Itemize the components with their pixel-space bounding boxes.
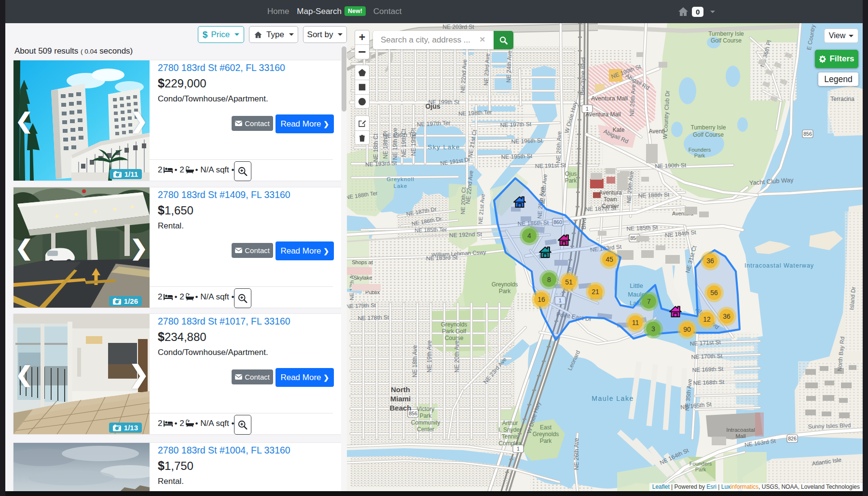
svg-text:NE 26th Ave: NE 26th Ave <box>573 438 580 470</box>
svg-text:Founders: Founders <box>689 461 712 467</box>
svg-text:NE 197th St: NE 197th St <box>500 121 532 128</box>
svg-text:Park Golf: Park Golf <box>442 328 467 335</box>
svg-text:Beach: Beach <box>389 404 411 412</box>
svg-text:Little: Little <box>630 282 643 289</box>
svg-text:NE 18th Pl: NE 18th Pl <box>382 131 389 158</box>
svg-text:826: 826 <box>788 436 797 441</box>
svg-text:NE 196th St: NE 196th St <box>511 137 543 145</box>
svg-text:Kate: Kate <box>613 127 625 133</box>
svg-text:NE 168th St: NE 168th St <box>693 379 725 386</box>
svg-text:North: North <box>391 385 410 394</box>
svg-text:Park: Park <box>695 467 706 472</box>
svg-text:NE 18th Ave: NE 18th Ave <box>412 345 418 377</box>
svg-text:NE 190th St: NE 190th St <box>655 162 687 170</box>
svg-text:NE 19th Pl: NE 19th Pl <box>410 128 417 156</box>
svg-text:Aventura Mall: Aventura Mall <box>591 95 628 102</box>
svg-text:Shops at: Shops at <box>352 259 372 265</box>
svg-text:Park: Park <box>540 438 552 444</box>
svg-text:Center: Center <box>602 203 619 210</box>
svg-text:Greynolds: Greynolds <box>441 321 468 328</box>
svg-text:NE 170th St: NE 170th St <box>691 353 723 360</box>
svg-text:Tumberry Isle: Tumberry Isle <box>691 124 726 131</box>
svg-text:NE 19th Ave: NE 19th Ave <box>426 340 433 372</box>
svg-text:Center: Center <box>417 426 434 433</box>
svg-text:Aventura: Aventura <box>599 189 622 196</box>
svg-text:NE 169th St: NE 169th St <box>692 366 724 373</box>
svg-text:NE 19th Ct: NE 19th Ct <box>400 128 407 157</box>
svg-text:NE 178th St: NE 178th St <box>358 314 389 322</box>
svg-text:Aventi: Aventi <box>648 128 664 135</box>
svg-text:Park: Park <box>499 288 511 295</box>
svg-text:Tennis: Tennis <box>502 433 519 440</box>
svg-text:Course: Course <box>445 335 464 341</box>
svg-text:Golf Course: Golf Course <box>693 131 724 138</box>
svg-text:Skylake: Skylake <box>354 275 372 281</box>
svg-text:Greynolds: Greynolds <box>492 281 518 288</box>
svg-text:Lake: Lake <box>394 183 408 189</box>
svg-text:NE 18th Ct: NE 18th Ct <box>372 133 379 162</box>
svg-text:NE 183rd St: NE 183rd St <box>426 254 458 262</box>
svg-text:I. Snyder: I. Snyder <box>498 426 522 433</box>
svg-text:Mall: Mall <box>735 433 745 439</box>
svg-text:Maule Lake: Maule Lake <box>592 395 634 402</box>
svg-text:Intracoastal: Intracoastal <box>726 427 755 433</box>
svg-text:NE 195th St: NE 195th St <box>501 153 533 160</box>
svg-text:Victory: Victory <box>417 406 434 412</box>
svg-text:NE 192nd St: NE 192nd St <box>449 231 482 239</box>
svg-text:Blvd: Blvd <box>580 217 588 229</box>
svg-text:NE 20th Ave: NE 20th Ave <box>454 340 460 372</box>
svg-text:Terracina: Terracina <box>830 96 854 102</box>
svg-text:856: 856 <box>803 131 812 137</box>
svg-text:NE 20th Ct: NE 20th Ct <box>460 187 467 214</box>
svg-text:Arthur: Arthur <box>502 420 518 426</box>
svg-text:Greynolds: Greynolds <box>533 431 559 438</box>
svg-text:Town: Town <box>604 196 617 203</box>
svg-text:Ojus: Ojus <box>425 102 440 110</box>
svg-text:Biscayne Blvd: Biscayne Blvd <box>579 57 586 96</box>
svg-text:Aventura Mall: Aventura Mall <box>585 111 620 118</box>
svg-text:Park: Park <box>420 412 432 419</box>
svg-text:Sky Lake: Sky Lake <box>427 143 460 151</box>
svg-text:NE 26th Ave: NE 26th Ave <box>555 131 563 163</box>
svg-text:NE 185th Ter: NE 185th Ter <box>414 227 447 233</box>
svg-text:NE 203rd St: NE 203rd St <box>442 24 474 30</box>
svg-text:Turnberry Isle: Turnberry Isle <box>708 30 744 37</box>
svg-text:NE 191st St: NE 191st St <box>535 162 566 170</box>
svg-text:Founders: Founders <box>689 147 711 153</box>
svg-text:Miami: Miami <box>390 395 411 403</box>
svg-text:NE 179th St: NE 179th St <box>347 302 376 309</box>
svg-text:NE 19th Ave: NE 19th Ave <box>392 128 399 160</box>
svg-text:NE 188th St: NE 188th St <box>638 191 670 199</box>
svg-text:Ojus: Ojus <box>565 170 577 177</box>
svg-text:NE 24th Ave: NE 24th Ave <box>505 50 513 83</box>
svg-text:Golf Course: Golf Course <box>711 37 742 44</box>
svg-text:Park: Park <box>694 153 705 158</box>
svg-text:East: East <box>540 424 552 431</box>
svg-text:Intracoastal Waterway: Intracoastal Waterway <box>744 262 814 269</box>
svg-text:Complex: Complex <box>498 440 521 447</box>
svg-text:Greyknoll: Greyknoll <box>386 176 414 182</box>
svg-text:Park: Park <box>565 177 578 184</box>
svg-text:Community: Community <box>411 419 441 426</box>
